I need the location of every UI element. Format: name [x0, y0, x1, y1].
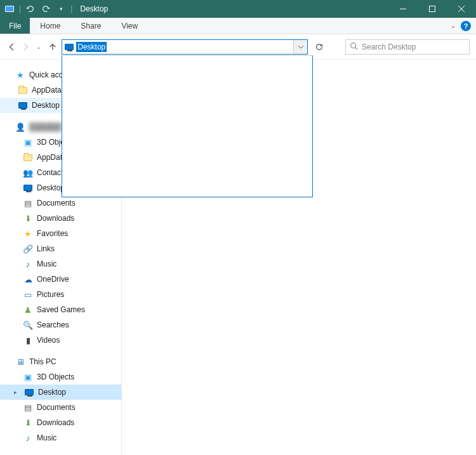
tree-label: Videos — [37, 336, 60, 345]
tree-label: Desktop — [38, 388, 66, 397]
tree-label: Saved Games — [37, 305, 85, 314]
tree-item[interactable]: 🔍Searches — [0, 317, 121, 333]
svg-line-5 — [355, 47, 357, 49]
user-icon: 👤 — [15, 122, 25, 132]
tree-item[interactable]: ⬇Downloads — [0, 211, 121, 226]
tree-label: AppData — [32, 86, 62, 95]
music-icon: ♪ — [23, 259, 33, 269]
undo-icon[interactable] — [25, 4, 36, 13]
tree-item[interactable]: ▮Videos — [0, 333, 121, 348]
recent-locations-button[interactable]: ⌄ — [34, 39, 44, 55]
quick-access-toolbar: | ▾ | — [0, 4, 76, 13]
navigation-bar: ⌄ Desktop Search Desktop — [0, 34, 476, 60]
tree-label: OneDrive — [37, 275, 69, 284]
tree-item[interactable]: ⬇Downloads — [0, 415, 121, 430]
separator: | — [70, 4, 72, 13]
tree-label: Pictures — [37, 290, 64, 299]
folder-icon — [18, 85, 28, 95]
file-tab[interactable]: File — [0, 18, 30, 34]
tab-share[interactable]: Share — [70, 18, 111, 34]
svg-point-4 — [351, 43, 356, 48]
search-icon — [350, 42, 358, 52]
explorer-icon — [4, 4, 15, 13]
tree-label: Music — [37, 433, 56, 442]
tree-label: Downloads — [37, 418, 74, 427]
separator: | — [19, 4, 21, 13]
tree-item[interactable]: ▣3D Objects — [0, 369, 121, 385]
tree-label: Downloads — [37, 214, 74, 223]
address-autocomplete-dropdown[interactable] — [62, 55, 313, 197]
doc-icon: ▤ — [23, 198, 33, 208]
tree-label: Favorites — [37, 229, 68, 238]
tree-label: Desktop — [32, 101, 60, 110]
window-title: Desktop — [80, 4, 108, 13]
link-icon: 🔗 — [23, 244, 33, 254]
tree-label: Documents — [37, 403, 76, 412]
doc-icon: ▤ — [23, 402, 33, 412]
onedrive-icon: ☁ — [23, 274, 33, 284]
tree-label: Documents — [37, 199, 76, 208]
tree-label: This PC — [29, 357, 56, 366]
maximize-button[interactable] — [418, 0, 447, 18]
svg-rect-1 — [430, 6, 435, 12]
dl-icon: ⬇ — [23, 213, 33, 223]
tree-label: 3D Objects — [37, 373, 74, 381]
music-icon: ♪ — [23, 433, 33, 443]
tree-item[interactable]: ♪Music — [0, 256, 121, 272]
chevron-right-icon[interactable]: ▸ — [14, 389, 20, 395]
pic-icon: ▭ — [23, 289, 33, 300]
tree-this-pc[interactable]: ▸ 🖥 This PC — [0, 354, 121, 369]
3d-icon: ▣ — [23, 137, 33, 147]
qat-customize-icon[interactable]: ▾ — [55, 4, 67, 13]
forward-button[interactable] — [20, 39, 30, 55]
window-controls — [388, 0, 476, 18]
desktop-icon — [18, 100, 28, 110]
close-button[interactable] — [447, 0, 476, 18]
tree-label: ██████ — [29, 122, 62, 131]
contacts-icon: 👥 — [23, 168, 33, 178]
title-bar: | ▾ | Desktop — [0, 0, 476, 18]
tree-item[interactable]: ♟Saved Games — [0, 302, 121, 317]
search-box[interactable]: Search Desktop — [345, 39, 470, 55]
tree-item[interactable]: ☁OneDrive — [0, 272, 121, 287]
tree-label: Desktop — [37, 183, 65, 192]
tree-item[interactable]: ▤Documents — [0, 195, 121, 211]
tree-item[interactable]: ♪Music — [0, 430, 121, 445]
address-history-dropdown[interactable] — [293, 40, 307, 54]
this-pc-icon: 🖥 — [15, 357, 25, 367]
tree-item[interactable]: 🔗Links — [0, 241, 121, 256]
tree-item[interactable]: ▸Desktop — [0, 385, 121, 400]
ribbon-expand-icon[interactable]: ⌄ — [451, 22, 456, 29]
desktop-icon — [23, 183, 33, 193]
back-button[interactable] — [6, 39, 17, 55]
ribbon-tabs: File Home Share View ⌄ ? — [0, 18, 476, 34]
dl-icon: ⬇ — [23, 418, 33, 428]
minimize-button[interactable] — [388, 0, 418, 18]
up-button[interactable] — [47, 39, 58, 55]
folder-icon — [23, 152, 33, 162]
tree-label: Links — [37, 244, 55, 253]
address-bar[interactable]: Desktop — [62, 39, 308, 55]
help-icon[interactable]: ? — [461, 21, 471, 31]
tree-label: Searches — [37, 320, 69, 329]
tree-label: Music — [37, 260, 56, 268]
redo-icon[interactable] — [40, 4, 51, 13]
address-icon — [62, 40, 76, 54]
desktop-icon — [24, 387, 34, 397]
address-input[interactable]: Desktop — [76, 40, 293, 54]
search-placeholder: Search Desktop — [362, 43, 416, 51]
search-icon: 🔍 — [23, 320, 33, 330]
tab-view[interactable]: View — [111, 18, 148, 34]
tab-home[interactable]: Home — [30, 18, 70, 34]
tree-item[interactable]: ▭Pictures — [0, 287, 121, 302]
saved-icon: ♟ — [23, 305, 33, 315]
3d-icon: ▣ — [23, 372, 33, 382]
tree-item[interactable]: ▤Documents — [0, 400, 121, 415]
video-icon: ▮ — [23, 335, 33, 345]
fav-icon: ★ — [23, 228, 33, 239]
refresh-button[interactable] — [313, 39, 325, 55]
star-icon: ★ — [15, 70, 25, 80]
tree-item[interactable]: ★Favorites — [0, 226, 121, 241]
